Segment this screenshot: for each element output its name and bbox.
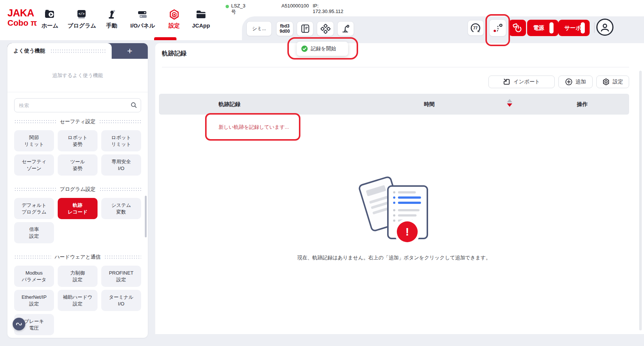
settings-button[interactable]: 設定 [596,76,629,88]
sidebar-function-button[interactable]: Modbus パラメータ [14,266,54,287]
sidebar-function-button[interactable]: ツール 姿勢 [58,154,98,176]
sidebar-function-button[interactable]: ロボット リミット [101,130,141,151]
tab-dots-pattern [50,49,106,54]
sidebar-function-button[interactable]: 力制御 設定 [58,266,98,287]
nav-home[interactable]: ホーム [38,7,62,29]
nav-jcapp[interactable]: JCApp [189,7,213,29]
sidebar-header: よく使う機能 + [7,43,148,59]
robot-serial: A510000100 [281,3,309,9]
section-header-safety: セーフティ設定 [14,118,141,125]
user-icon [600,22,610,32]
main-panel: 軌跡記録 インポート 追加 設定 軌跡記録 時間 [155,43,644,334]
servo-toggle-bar [581,22,585,33]
power-toggle-bar [549,22,554,33]
io-panel-icon [137,7,148,22]
nav-jcapp-label: JCApp [192,22,210,29]
sort-descending-icon [507,103,512,107]
nav-home-label: ホーム [41,22,58,29]
jcapp-folder-icon [195,7,207,22]
simulation-mode-label: シミ... [252,25,266,32]
apps-grid-button[interactable] [317,21,334,36]
nav-io-panel-label: I/Oパネル [130,22,155,29]
nav-io-panel[interactable]: I/Oパネル [126,7,159,29]
sidebar-function-button[interactable]: PROFINET 設定 [101,266,141,287]
dots-pattern [99,187,141,192]
robot-arm-icon [106,7,117,22]
search-input[interactable] [14,98,141,112]
program-icon: </> [76,7,87,22]
gear-hexagon-icon [602,78,610,86]
nav-program[interactable]: </> プログラム [66,7,98,29]
empty-state-illustration: ! [361,174,428,243]
robot-view-button[interactable] [337,21,354,36]
sidebar-function-button[interactable]: 専用安全 I/O [101,154,141,176]
robot-outline-icon [341,24,351,34]
main-scrollbar-track[interactable] [639,71,642,330]
add-circle-icon [565,78,573,86]
column-trajectory: 軌跡記録 [219,94,240,115]
sidebar: よく使う機能 + 追加するよく使う機能 セーフティ設定 関節 リミット [7,43,148,338]
import-button[interactable]: インポート [488,76,555,88]
section-header-program: プログラム設定 [14,186,141,193]
link-icon [15,320,23,328]
sidebar-function-button[interactable]: 補助ハードウ 設定 [58,290,98,311]
robot-name: LSZ_3号 [231,3,245,15]
favorites-tab-label: よく使う機能 [13,48,45,54]
dots-pattern [99,119,141,124]
page-title: 軌跡記録 [162,49,186,58]
sidebar-function-button[interactable]: ターミナル I/O [101,290,141,311]
fbd-id-button[interactable]: fbd3 9d00 [276,21,293,36]
success-check-icon [301,45,308,52]
trajectory-record-button[interactable] [489,19,506,36]
nav-manual-label: 手動 [106,22,117,29]
add-tab-button[interactable]: + [112,43,148,59]
dots-pattern [14,255,51,259]
sidebar-scrollbar-thumb[interactable] [145,196,147,237]
sidebar-function-button[interactable]: 関節 リミット [14,130,54,151]
simulation-mode-button[interactable]: シミ... [246,21,272,36]
user-avatar-button[interactable] [596,19,613,36]
home-icon [44,7,55,22]
record-start-toast: 記録を開始 [297,42,348,56]
empty-state-message: 現在、軌跡記録はありません。右上の「追加」ボタンをクリックして追加できます。 [159,254,629,261]
log-journal-button[interactable] [297,21,313,36]
sort-ascending-icon [507,99,512,102]
alert-exclamation-icon: ! [397,221,418,242]
section-title: プログラム設定 [60,186,95,193]
title-divider [162,67,629,67]
section-grid-program: デフォルト プログラム 軌跡 レコード システム 変数 倍率 設定 [14,198,141,243]
time-sort-control[interactable] [507,99,512,107]
import-button-label: インポート [513,79,540,85]
sidebar-function-button[interactable]: セーフティ ゾーン [14,154,54,176]
table-header: 軌跡記録 時間 操作 [159,94,629,115]
servo-toggle-button[interactable]: サーボ [558,20,590,36]
favorites-tab[interactable]: よく使う機能 [7,43,112,59]
import-icon [503,78,510,86]
fbd-id-label: fbd3 9d00 [280,23,290,34]
settings-button-label: 設定 [613,79,623,85]
sidebar-function-button[interactable]: デフォルト プログラム [14,198,54,219]
search-icon [131,102,137,108]
add-button[interactable]: 追加 [558,76,593,88]
power-toggle-button[interactable]: 電源 [527,20,558,36]
journal-icon [300,24,310,33]
power-toggle-label: 電源 [533,25,544,32]
logo-line2: Cobo π [7,19,37,27]
nav-settings[interactable]: 設定 [164,7,185,29]
app-header: JAKA Cobo π ホーム </> プログラム 手動 [0,0,644,40]
dots-pattern [14,187,56,192]
drag-power-icon [512,23,523,33]
active-nav-underline [154,37,176,40]
sidebar-function-button[interactable]: システム 変数 [101,198,141,219]
online-status-dot [226,5,229,8]
floating-handle-button[interactable] [13,318,25,330]
dots-pattern [14,119,56,124]
sidebar-function-button[interactable]: ロボット 姿勢 [58,130,98,151]
sidebar-function-button[interactable]: 軌跡 レコード [58,198,98,219]
nav-manual[interactable]: 手動 [102,7,121,29]
speed-rate-button[interactable]: 77 % [468,20,484,36]
svg-text:</>: </> [79,12,85,16]
sidebar-function-button[interactable]: 倍率 設定 [14,222,54,243]
drag-power-button[interactable] [509,20,526,36]
sidebar-function-button[interactable]: EtherNet/IP 設定 [14,290,54,311]
